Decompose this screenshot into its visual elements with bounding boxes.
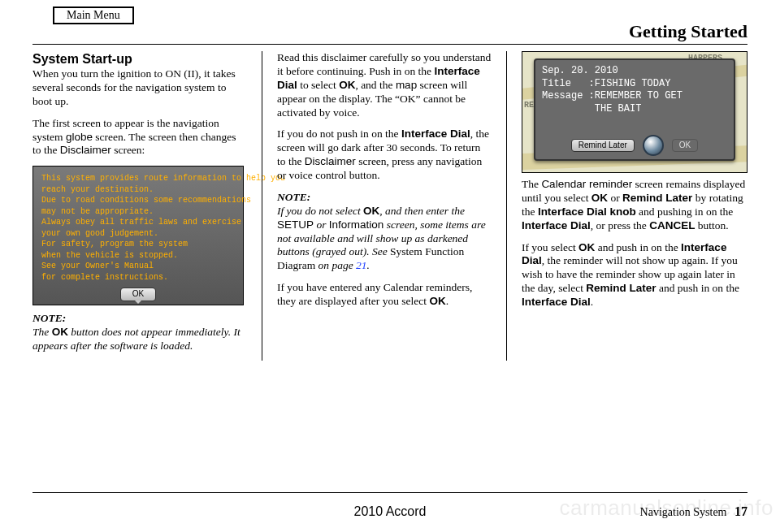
setup-term: SETUP: [277, 218, 314, 231]
text: If you do not push in on the: [277, 128, 401, 140]
disclaimer-line: reach your destination.: [41, 184, 235, 196]
disclaimer-line: See your Owner's Manual: [41, 261, 235, 272]
title-label: Title :: [542, 78, 595, 89]
column-1: System Start-up When you turn the igniti…: [32, 51, 247, 361]
text: to select: [297, 79, 339, 91]
text: If you do not select: [277, 205, 363, 217]
remind-later-term: Remind Later: [622, 192, 692, 204]
interface-dial-knob-term: Interface Dial knob: [538, 205, 636, 218]
text: or: [314, 218, 329, 231]
interface-dial-term: Interface Dial: [401, 128, 470, 140]
disclaimer-ok-button: OK: [120, 288, 156, 301]
text: The: [32, 326, 52, 338]
text: and push in on the: [656, 282, 739, 294]
footer-center: 2010 Accord: [32, 504, 748, 519]
remind-later-term: Remind Later: [586, 282, 656, 294]
interface-dial-term: Interface Dial: [522, 296, 591, 308]
disclaimer-term: Disclaimer: [305, 155, 356, 167]
note-label: NOTE:: [32, 312, 66, 324]
footer-rule: [32, 492, 748, 493]
column-separator: [506, 51, 507, 361]
text: When you turn the ignition to ON (II), i…: [32, 67, 236, 107]
map-label: RE: [524, 101, 534, 111]
main-menu-label: Main Menu: [67, 9, 120, 21]
disclaimer-line: For safety, program the system: [41, 239, 235, 250]
column-2: Read this disclaimer carefully so you un…: [277, 51, 492, 361]
message-line: [542, 103, 595, 115]
text: and push in on the: [595, 241, 681, 253]
note-label: NOTE:: [277, 191, 310, 203]
column-separator: [262, 51, 262, 361]
text: The: [522, 178, 541, 190]
text: .: [367, 259, 370, 271]
disclaimer-line: your own good judgement.: [41, 228, 235, 240]
ok-term: OK: [429, 295, 445, 307]
disclaimer-screenshot: This system provides route information t…: [32, 166, 244, 305]
text: , and the: [355, 79, 396, 91]
disclaimer-line: when the vehicle is stopped.: [41, 250, 235, 262]
text: screen:: [111, 144, 145, 156]
globe-term: globe: [66, 131, 93, 143]
content-columns: System Start-up When you turn the igniti…: [32, 51, 748, 361]
ok-term: OK: [592, 192, 608, 204]
calendar-reminder-term: Calendar reminder: [541, 178, 632, 190]
text: If you select: [522, 241, 578, 253]
page-link-21[interactable]: 21: [356, 259, 367, 271]
header-rule: [32, 44, 748, 45]
text: , and then enter the: [379, 205, 465, 217]
page-title: Getting Started: [32, 21, 748, 42]
remind-later-button: Remind Later: [571, 139, 635, 153]
text: on page: [315, 259, 356, 271]
interface-dial-term: Interface Dial: [522, 219, 591, 231]
ok-term: OK: [363, 205, 379, 217]
disclaimer-line: for complete instructions.: [41, 272, 235, 283]
calendar-ok-button: OK: [672, 139, 698, 153]
calendar-panel: Sep. 20. 2010 Title :FISHING TODAY Messa…: [534, 58, 735, 161]
disclaimer-line: Always obey all traffic laws and exercis…: [41, 217, 235, 228]
text: , or press the: [591, 219, 649, 231]
ok-term: OK: [339, 79, 355, 91]
disclaimer-line: may not be appropriate.: [41, 206, 235, 218]
text: .: [446, 295, 448, 307]
information-term: Information: [329, 218, 384, 231]
cancel-term: CANCEL: [649, 219, 695, 231]
calendar-reminder-screenshot: HARPERS RE Sep. 20. 2010 Title :FISHING …: [522, 51, 748, 173]
calendar-date: Sep. 20. 2010: [542, 65, 727, 78]
title-value: FISHING TODAY: [595, 78, 671, 89]
map-term: map: [396, 79, 417, 91]
ok-term: OK: [52, 326, 68, 338]
text: or: [608, 192, 622, 204]
message-line: REMEMBER TO GET: [595, 90, 682, 102]
column-3: HARPERS RE Sep. 20. 2010 Title :FISHING …: [522, 51, 748, 361]
main-menu-button[interactable]: Main Menu: [53, 6, 134, 24]
footer: 2010 Accord Navigation System 17: [32, 504, 748, 519]
message-label: Message :: [542, 90, 595, 102]
dial-knob-icon: [643, 135, 664, 156]
disclaimer-line: This system provides route information t…: [41, 173, 235, 184]
message-line: THE BAIT: [595, 103, 642, 115]
text: and pushing in on the: [636, 205, 734, 218]
section-title: System Start-up: [32, 52, 132, 66]
text: button.: [695, 219, 728, 231]
ok-term: OK: [578, 241, 595, 253]
disclaimer-line: Due to road conditions some recommendati…: [41, 195, 235, 206]
disclaimer-term: Disclaimer: [60, 144, 111, 156]
text: .: [591, 296, 593, 308]
